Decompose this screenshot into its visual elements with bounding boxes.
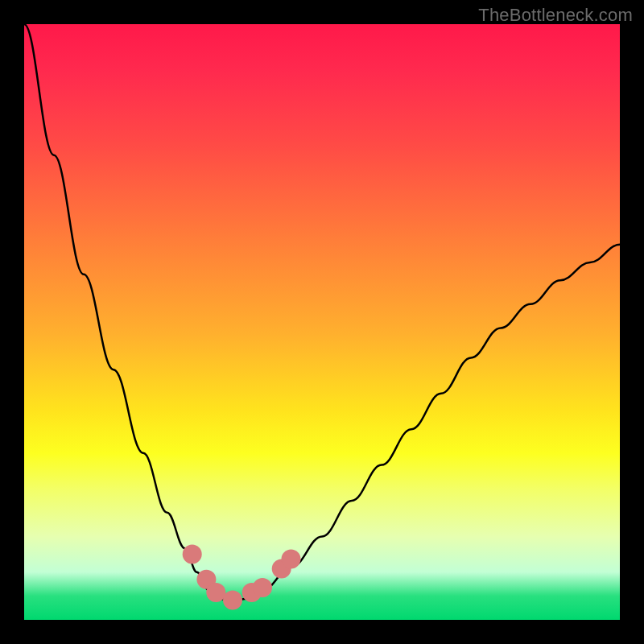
highlight-marker bbox=[223, 591, 242, 610]
highlight-marker bbox=[183, 545, 202, 564]
chart-area bbox=[24, 24, 620, 620]
highlight-marker bbox=[206, 583, 225, 602]
bottleneck-plot bbox=[24, 24, 620, 620]
highlight-marker-group bbox=[183, 545, 301, 610]
highlight-marker bbox=[253, 578, 272, 597]
highlight-marker bbox=[282, 550, 301, 569]
bottleneck-curve bbox=[24, 24, 620, 602]
watermark-text: TheBottleneck.com bbox=[478, 5, 633, 26]
